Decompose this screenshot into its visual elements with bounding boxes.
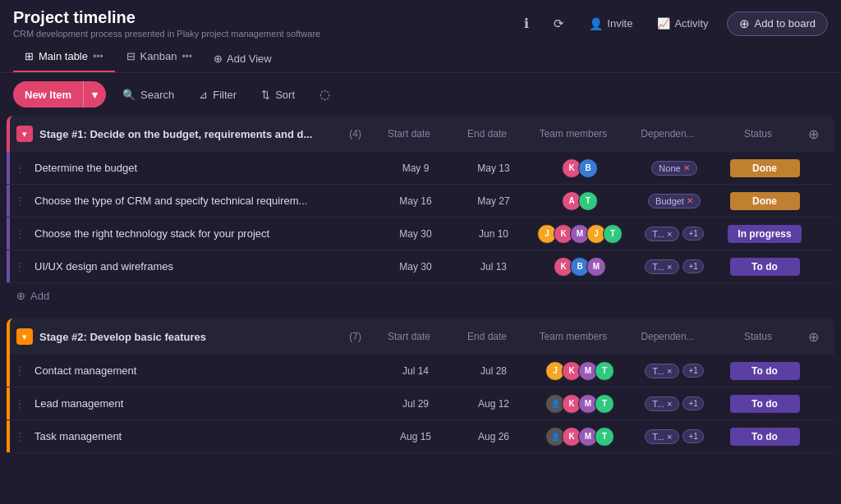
add-column-button-2[interactable]: ⊕ [803, 327, 823, 346]
status-badge: In progress [728, 225, 801, 243]
drag-handle-icon[interactable]: ⋮ [10, 163, 30, 174]
search-icon: 🔍 [122, 89, 136, 101]
drag-handle-icon[interactable]: ⋮ [10, 365, 30, 377]
table-row: ⋮ Choose the right technology stack for … [7, 218, 834, 250]
toolbar: New Item ▾ 🔍 Search ⊿ Filter ⇅ Sort ◌ [0, 73, 841, 116]
row-status[interactable]: To do [719, 362, 810, 380]
depend-plus[interactable]: +1 [682, 227, 703, 241]
avatar: T [595, 427, 614, 447]
add-column-button-1[interactable]: ⊕ [803, 124, 823, 144]
stage-group-2: ▾ Stage #2: Develop basic features (7) S… [7, 318, 834, 453]
row-dependencies: None ✕ [629, 161, 719, 176]
depend-plus[interactable]: +1 [682, 259, 703, 273]
col-header-members-2: Team members [524, 331, 623, 342]
row-status[interactable]: To do [719, 428, 810, 446]
activity-button[interactable]: 📈 Activity [650, 14, 715, 33]
dependency-chip[interactable]: Budget ✕ [648, 194, 701, 208]
stage-1-title: Stage #1: Decide on the budget, requirem… [39, 128, 342, 140]
row-members: J K M J T [531, 224, 629, 244]
sort-button[interactable]: ⇅ Sort [253, 84, 303, 106]
search-label: Search [140, 89, 174, 101]
depend-tag: T... × +1 [645, 429, 704, 444]
avatar-group: J K M T [545, 361, 614, 381]
stage-1-header: ▾ Stage #1: Decide on the budget, requir… [7, 116, 834, 152]
row-status[interactable]: To do [719, 258, 810, 276]
row-dependencies: T... × +1 [629, 396, 719, 411]
depend-tag: T... × +1 [645, 227, 704, 241]
depend-plus[interactable]: +1 [682, 364, 703, 378]
refresh-button[interactable]: ⟳ [547, 13, 571, 34]
depend-plus[interactable]: +1 [682, 429, 703, 443]
user-plus-icon: 👤 [589, 17, 603, 30]
dependency-chip[interactable]: None ✕ [651, 161, 696, 176]
hide-button[interactable]: ◌ [311, 82, 338, 107]
row-start-date: Aug 15 [375, 431, 457, 442]
table-row: ⋮ Contact management Jul 14 Jul 28 J K M… [7, 355, 834, 387]
kanban-icon: ⊟ [126, 50, 136, 62]
row-status[interactable]: Done [719, 159, 810, 177]
tab-main-table[interactable]: ⊞ Main table ••• [13, 45, 115, 72]
stage-1-collapse-button[interactable]: ▾ [16, 126, 33, 142]
row-status[interactable]: Done [719, 192, 810, 210]
row-task-name: Choose the right technology stack for yo… [30, 221, 375, 246]
drag-handle-icon[interactable]: ⋮ [10, 431, 30, 442]
tab-main-table-menu[interactable]: ••• [93, 51, 103, 62]
stage-group-1: ▾ Stage #1: Decide on the budget, requir… [7, 116, 834, 309]
header-right: ℹ ⟳ 👤 Invite 📈 Activity ⊕ Add to board [517, 11, 828, 36]
col-header-depend-2: Dependen... [623, 331, 713, 342]
activity-icon: 📈 [657, 17, 670, 30]
row-task-name: Determine the budget [30, 155, 375, 181]
row-end-date: Jul 28 [457, 365, 531, 377]
dependency-chip[interactable]: T... × [645, 429, 679, 444]
add-row-button-1[interactable]: ⊕ Add [7, 283, 834, 309]
stage-2-col-headers: Start date End date Team members Depende… [368, 327, 828, 346]
row-task-name: Contact management [30, 358, 375, 383]
drag-handle-icon[interactable]: ⋮ [10, 228, 30, 240]
filter-label: Filter [213, 89, 237, 101]
header-left: Project timeline CRM development process… [13, 8, 320, 39]
row-status[interactable]: To do [719, 395, 810, 413]
search-button[interactable]: 🔍 Search [114, 84, 182, 106]
tab-kanban-menu[interactable]: ••• [182, 51, 192, 62]
avatar-group: 👤 K M T [545, 394, 614, 414]
status-badge: To do [730, 428, 800, 446]
sort-icon: ⇅ [261, 89, 270, 101]
row-members: A T [531, 191, 629, 211]
new-item-button[interactable]: New Item ▾ [13, 81, 106, 108]
drag-handle-icon[interactable]: ⋮ [10, 261, 30, 273]
row-status[interactable]: In progress [719, 225, 810, 243]
depend-tag: T... × +1 [645, 259, 704, 274]
row-start-date: May 30 [375, 261, 457, 273]
row-start-date: May 16 [375, 195, 457, 207]
add-view-button[interactable]: ⊕ Add View [204, 48, 282, 70]
add-to-board-button[interactable]: ⊕ Add to board [727, 11, 828, 36]
tab-kanban-label: Kanban [140, 50, 177, 62]
invite-button[interactable]: 👤 Invite [582, 14, 639, 34]
dependency-chip[interactable]: T... × [645, 364, 679, 378]
avatar-group: 👤 K M T [545, 427, 614, 447]
dependency-chip[interactable]: T... × [645, 396, 679, 411]
drag-handle-icon[interactable]: ⋮ [10, 195, 30, 207]
dependency-chip[interactable]: T... × [645, 259, 679, 274]
col-header-members-1: Team members [524, 128, 623, 140]
tab-kanban[interactable]: ⊟ Kanban ••• [115, 45, 204, 72]
chevron-down-icon[interactable]: ▾ [84, 82, 106, 108]
table-row: ⋮ Determine the budget May 9 May 13 K B … [7, 152, 834, 185]
row-task-name: Lead management [30, 391, 375, 416]
depend-plus[interactable]: +1 [682, 396, 703, 410]
remove-depend-icon[interactable]: ✕ [683, 163, 690, 172]
stage-2-collapse-button[interactable]: ▾ [16, 328, 33, 345]
row-end-date: Jun 10 [457, 228, 531, 240]
new-item-label: New Item [13, 82, 83, 108]
row-task-name: UI/UX design and wireframes [30, 254, 375, 279]
filter-button[interactable]: ⊿ Filter [191, 84, 245, 106]
info-button[interactable]: ℹ [517, 12, 535, 34]
table-icon: ⊞ [25, 50, 34, 62]
avatar: T [595, 394, 614, 414]
filter-icon: ⊿ [199, 89, 208, 101]
remove-depend-icon[interactable]: ✕ [687, 196, 693, 205]
drag-handle-icon[interactable]: ⋮ [10, 398, 30, 410]
invite-label: Invite [607, 17, 632, 30]
stage-1-count: (4) [349, 128, 361, 140]
dependency-chip[interactable]: T... × [645, 227, 679, 241]
